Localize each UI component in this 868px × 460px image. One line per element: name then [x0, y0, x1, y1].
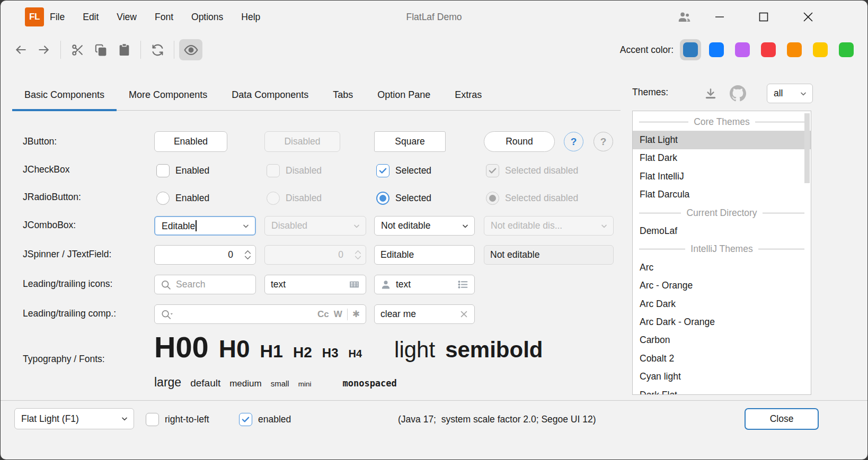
theme-item-flat-intellij[interactable]: Flat IntelliJ — [633, 167, 811, 185]
accent-swatch-yellow[interactable] — [813, 42, 828, 57]
theme-item-demolaf[interactable]: DemoLaf — [633, 222, 811, 240]
chevron-down-icon — [355, 256, 361, 260]
text-field-leading-trailing-icons[interactable]: text — [374, 275, 475, 294]
themes-list-scrollbar[interactable] — [804, 113, 810, 183]
theme-item-arc[interactable]: Arc — [633, 258, 811, 276]
separator-line — [763, 213, 804, 213]
textfield-value: clear me — [380, 309, 455, 320]
spinner-value[interactable]: 0 — [155, 249, 240, 260]
minimize-button[interactable] — [707, 4, 732, 30]
copy-button[interactable] — [89, 39, 112, 60]
theme-item-flat-dark[interactable]: Flat Dark — [633, 149, 811, 167]
jbutton-round[interactable]: Round — [484, 131, 555, 152]
jcombobox-row-label: JComboBox: — [23, 220, 76, 231]
search-field[interactable]: Search — [154, 275, 256, 294]
search-with-dropdown-icon[interactable] — [161, 309, 173, 320]
theme-item-arc-dark-orange[interactable]: Arc Dark - Orange — [633, 313, 811, 331]
match-case-toggle[interactable]: Cc — [317, 309, 329, 320]
enabled-checkbox[interactable]: enabled — [239, 411, 291, 427]
accent-swatch-red[interactable] — [761, 42, 776, 57]
tab-option-pane[interactable]: Option Pane — [365, 80, 442, 110]
accent-swatch-green[interactable] — [839, 42, 854, 57]
tab-extras[interactable]: Extras — [442, 80, 494, 110]
search-field-with-options[interactable]: Cc W ✱ — [154, 304, 366, 324]
checkbox-label: Selected — [395, 165, 431, 176]
paste-icon — [118, 43, 131, 57]
textfield-value: Editable — [380, 249, 414, 260]
theme-item-arc-orange[interactable]: Arc - Orange — [633, 277, 811, 295]
text-field-trailing-icon[interactable]: text — [264, 275, 366, 294]
maximize-button[interactable] — [751, 4, 776, 30]
theme-item-flat-darcula[interactable]: Flat Darcula — [633, 186, 811, 204]
close-icon — [802, 11, 814, 23]
theme-item-carbon[interactable]: Carbon — [633, 331, 811, 349]
accent-swatch-orange[interactable] — [787, 42, 802, 57]
tab-label: Data Components — [232, 89, 308, 101]
download-themes-button[interactable] — [701, 84, 720, 103]
radio-enabled[interactable]: Enabled — [156, 190, 209, 206]
cut-button[interactable] — [66, 39, 89, 60]
laf-combobox[interactable]: Flat Light (F1) — [14, 408, 134, 429]
right-to-left-checkbox[interactable]: right-to-left — [146, 411, 209, 427]
users-button[interactable] — [671, 4, 697, 30]
tab-more-components[interactable]: More Components — [117, 80, 219, 110]
regex-toggle[interactable]: ✱ — [352, 309, 360, 320]
typography-heading-samples: H00 H0 H1 H2 H3 H4 light semibold — [154, 330, 543, 364]
accent-swatch-purple[interactable] — [735, 42, 750, 57]
close-button[interactable]: Close — [745, 408, 819, 430]
statusbar: Flat Light (F1) right-to-left enabled (J… — [1, 400, 867, 459]
themes-filter-combobox[interactable]: all — [767, 84, 813, 103]
leading-trailing-comp-row-label: Leading/trailing comp.: — [23, 308, 116, 319]
radio-label: Selected — [395, 193, 431, 204]
toolbar-separator — [140, 41, 141, 59]
tab-data-components[interactable]: Data Components — [219, 80, 321, 110]
menu-file[interactable]: File — [41, 8, 74, 26]
refresh-button[interactable] — [146, 39, 169, 60]
jbutton-enabled[interactable]: Enabled — [154, 131, 227, 152]
spinner-arrows[interactable] — [240, 250, 255, 260]
tab-label: Basic Components — [24, 89, 104, 101]
separator-line — [755, 122, 804, 122]
checkbox-selected[interactable]: Selected — [376, 163, 431, 178]
paste-button[interactable] — [112, 39, 136, 60]
table-icon[interactable] — [349, 279, 360, 290]
menu-view[interactable]: View — [108, 8, 146, 26]
chevron-down-icon[interactable] — [237, 222, 255, 230]
theme-item-cobalt-2[interactable]: Cobalt 2 — [633, 349, 811, 367]
close-window-button[interactable] — [795, 4, 821, 30]
chevron-down-icon[interactable] — [116, 414, 134, 423]
theme-item-arc-dark[interactable]: Arc Dark — [633, 295, 811, 313]
clear-icon[interactable] — [459, 310, 468, 319]
theme-item-label: Arc — [640, 262, 653, 273]
forward-button[interactable] — [32, 39, 56, 60]
theme-item-cyan-light[interactable]: Cyan light — [633, 367, 811, 385]
theme-item-flat-light[interactable]: Flat Light — [633, 131, 811, 149]
spinner-enabled[interactable]: 0 — [154, 245, 256, 265]
jbutton-help-button-gray[interactable]: ? — [594, 132, 613, 151]
back-button[interactable] — [9, 39, 32, 60]
show-hidden-toggle-button[interactable] — [179, 39, 202, 60]
combobox-not-editable[interactable]: Not editable — [374, 216, 475, 236]
theme-item-dark-flat[interactable]: Dark Flat — [633, 386, 811, 395]
jradiobutton-row-label: JRadioButton: — [23, 192, 81, 203]
whole-word-toggle[interactable]: W — [334, 309, 342, 320]
checkbox-enabled[interactable]: Enabled — [156, 163, 209, 178]
textfield-editable[interactable]: Editable — [374, 245, 475, 265]
list-icon[interactable] — [457, 279, 468, 290]
menu-font[interactable]: Font — [146, 8, 182, 26]
radio-selected[interactable]: Selected — [376, 190, 431, 206]
accent-swatch-blue[interactable] — [709, 42, 724, 57]
github-button[interactable] — [728, 83, 748, 103]
jbutton-square[interactable]: Square — [374, 131, 446, 152]
chevron-down-icon[interactable] — [456, 222, 474, 230]
accent-swatch-default[interactable] — [683, 42, 698, 57]
clearable-text-field[interactable]: clear me — [374, 304, 475, 324]
tab-tabs[interactable]: Tabs — [321, 80, 365, 110]
radio-label: Enabled — [175, 193, 209, 204]
tab-basic-components[interactable]: Basic Components — [12, 80, 117, 110]
chevron-down-icon — [794, 89, 812, 98]
menu-edit[interactable]: Edit — [74, 8, 108, 26]
jbutton-help-button[interactable]: ? — [564, 132, 583, 151]
toolbar-separator — [174, 41, 174, 59]
combobox-editable[interactable]: Editable — [154, 216, 256, 236]
